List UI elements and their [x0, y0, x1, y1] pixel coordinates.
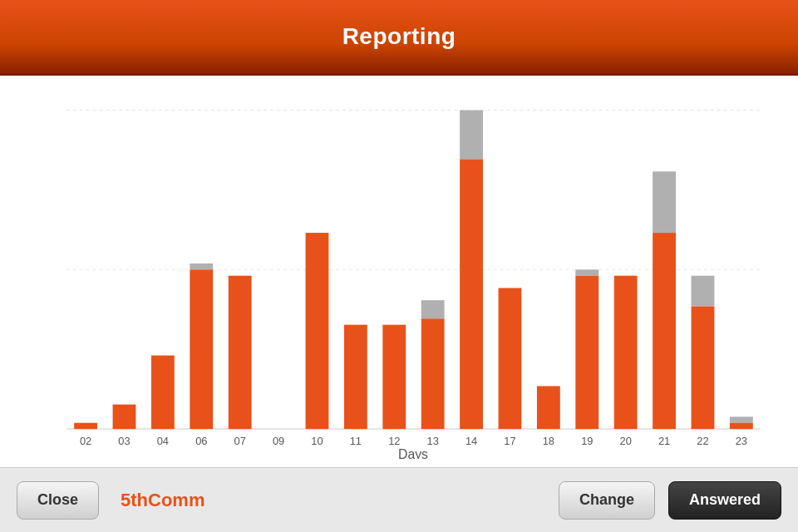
svg-rect-45: [730, 416, 753, 422]
svg-rect-22: [382, 325, 406, 429]
brand-label: 5thComm: [121, 490, 545, 511]
svg-text:14: 14: [466, 434, 477, 446]
svg-rect-10: [151, 356, 175, 430]
svg-text:22: 22: [697, 434, 708, 446]
svg-text:02: 02: [80, 434, 91, 446]
svg-rect-28: [460, 160, 483, 430]
change-button[interactable]: Change: [559, 481, 655, 520]
svg-text:Days: Days: [398, 446, 428, 459]
svg-rect-46: [730, 423, 753, 429]
svg-rect-18: [306, 233, 329, 429]
bar-chart: 0 26 52 02030406070910111213141718192021…: [58, 92, 765, 459]
chart-container: 0 26 52 02030406070910111213141718192021…: [0, 76, 798, 467]
footer: Close 5thComm Change Answered: [0, 467, 798, 532]
svg-text:11: 11: [350, 434, 362, 446]
svg-rect-30: [499, 288, 522, 429]
svg-rect-42: [692, 276, 715, 307]
svg-rect-15: [229, 276, 252, 429]
svg-rect-13: [190, 269, 213, 429]
svg-rect-25: [421, 318, 445, 429]
svg-text:12: 12: [388, 434, 400, 446]
svg-text:20: 20: [620, 434, 632, 446]
svg-rect-37: [614, 276, 638, 429]
svg-text:13: 13: [427, 434, 439, 446]
header: Reporting: [0, 0, 798, 76]
answered-button[interactable]: Answered: [668, 481, 781, 520]
svg-text:17: 17: [504, 434, 515, 446]
svg-rect-27: [460, 111, 483, 160]
svg-text:18: 18: [543, 434, 554, 446]
svg-rect-43: [692, 307, 715, 430]
svg-rect-39: [653, 171, 676, 233]
svg-text:06: 06: [195, 434, 207, 446]
svg-rect-6: [74, 423, 97, 429]
svg-rect-8: [113, 405, 136, 430]
svg-text:10: 10: [311, 434, 323, 446]
svg-text:21: 21: [658, 434, 670, 446]
close-button[interactable]: Close: [17, 481, 99, 520]
svg-text:23: 23: [736, 434, 747, 446]
page-title: Reporting: [342, 23, 456, 50]
svg-text:03: 03: [118, 434, 130, 446]
svg-rect-12: [190, 264, 213, 269]
svg-rect-32: [537, 386, 560, 429]
svg-rect-40: [653, 233, 676, 429]
svg-text:19: 19: [581, 434, 593, 446]
svg-text:09: 09: [273, 434, 284, 446]
svg-text:07: 07: [234, 434, 246, 446]
svg-text:04: 04: [157, 434, 169, 446]
svg-rect-20: [344, 325, 367, 429]
svg-rect-35: [575, 276, 598, 429]
svg-rect-34: [575, 269, 598, 275]
svg-rect-24: [421, 300, 445, 318]
